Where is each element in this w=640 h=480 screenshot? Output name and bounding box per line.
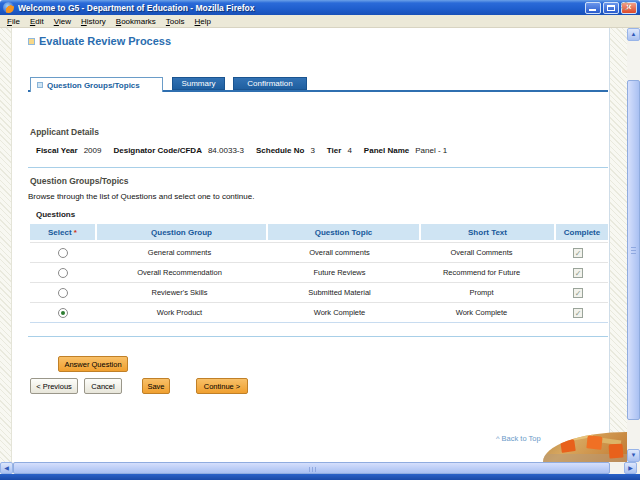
complete-cell: ✓ [548,288,608,298]
page-title: Evaluate Review Process [28,35,171,47]
back-to-top-link[interactable]: ^ Back to Top [496,434,541,443]
save-button[interactable]: Save [142,378,170,394]
maximize-icon [607,5,615,11]
question-topic-cell: Work Complete [264,308,415,317]
col-header-question-topic: Question Topic [268,224,419,240]
field-label: Tier [327,146,342,155]
minimize-button[interactable] [585,2,601,14]
question-topic-cell: Overall comments [264,248,415,257]
menu-view[interactable]: View [49,16,76,27]
questions-label: Questions [36,210,75,219]
select-cell [30,308,95,318]
field-designator-code-cfda: Designator Code/CFDA84.0033-3 [113,146,243,155]
question-group-cell: Reviewer's Skills [95,288,264,297]
complete-cell: ✓ [548,308,608,318]
table-row: Work ProductWork CompleteWork Complete✓ [30,302,608,322]
window-controls: × [585,2,637,14]
menu-file[interactable]: File [2,16,25,27]
continue-button[interactable]: Continue > [196,378,248,394]
horizontal-scrollbar[interactable]: ◀ ▶ [0,462,640,474]
menu-bookmarks[interactable]: Bookmarks [111,16,161,27]
firefox-icon [3,2,14,13]
field-panel-name: Panel NamePanel - 1 [364,146,447,155]
scroll-right-arrow-icon[interactable]: ▶ [624,462,637,474]
short-text-cell: Prompt [415,288,548,297]
complete-checkbox: ✓ [573,308,583,318]
applicant-details-heading: Applicant Details [30,127,99,137]
questions-table: Select *Question GroupQuestion TopicShor… [30,224,608,323]
menu-bar: FileEditViewHistoryBookmarksToolsHelp [0,15,640,28]
tab-summary[interactable]: Summary [172,77,225,90]
field-label: Designator Code/CFDA [113,146,201,155]
section-heading: Question Groups/Topics [30,176,129,186]
menu-history[interactable]: History [76,16,111,27]
question-topic-cell: Submitted Material [264,288,415,297]
field-label: Panel Name [364,146,409,155]
scroll-left-arrow-icon[interactable]: ◀ [0,462,13,474]
vertical-scrollbar[interactable]: ▲ ▼ [627,28,640,462]
short-text-cell: Recommend for Future [415,268,548,277]
col-header-complete: Complete [556,224,608,240]
previous-button[interactable]: < Previous [30,378,78,394]
short-text-cell: Work Complete [415,308,548,317]
throbber-icon [621,2,629,10]
select-cell [30,288,95,298]
tab-bullet-icon [37,82,43,88]
select-cell [30,268,95,278]
field-value: 3 [310,146,314,155]
question-group-cell: Work Product [95,308,264,317]
question-topic-cell: Future Reviews [264,268,415,277]
select-radio[interactable] [58,308,68,318]
scroll-down-arrow-icon[interactable]: ▼ [627,449,640,462]
field-tier: Tier4 [327,146,352,155]
applicant-details-row: Fiscal Year2009Designator Code/CFDA84.00… [36,146,447,155]
field-label: Fiscal Year [36,146,78,155]
field-value: 2009 [84,146,102,155]
col-header-question-group: Question Group [97,224,266,240]
divider [28,336,608,337]
tab-question-groups-topics[interactable]: Question Groups/Topics [30,77,163,92]
field-value: 4 [347,146,351,155]
complete-cell: ✓ [548,248,608,258]
right-margin-pattern [609,28,627,462]
tab-label: Question Groups/Topics [47,81,140,90]
menu-edit[interactable]: Edit [25,16,49,27]
maximize-button[interactable] [603,2,619,14]
tab-confirmation[interactable]: Confirmation [233,77,307,90]
answer-question-button[interactable]: Answer Question [58,356,128,372]
question-group-cell: Overall Recommendation [95,268,264,277]
col-header-select: Select * [30,224,95,240]
select-radio[interactable] [58,288,68,298]
field-value: Panel - 1 [415,146,447,155]
menu-help[interactable]: Help [190,16,216,27]
table-row: General commentsOverall commentsOverall … [30,242,608,262]
col-header-short-text: Short Text [421,224,554,240]
scroll-up-arrow-icon[interactable]: ▲ [627,28,640,41]
field-label: Schedule No [256,146,304,155]
menu-tools[interactable]: Tools [161,16,190,27]
tab-label: Summary [181,79,215,88]
table-row: Reviewer's SkillsSubmitted MaterialPromp… [30,282,608,302]
window-title: Welcome to G5 - Department of Education … [18,3,585,13]
field-fiscal-year: Fiscal Year2009 [36,146,101,155]
vertical-scrollbar-thumb[interactable] [627,80,640,420]
required-asterisk: * [72,228,77,237]
select-radio[interactable] [58,248,68,258]
horizontal-scrollbar-thumb[interactable] [13,462,610,474]
left-margin-pattern [0,28,12,462]
cancel-button[interactable]: Cancel [84,378,122,394]
complete-checkbox: ✓ [573,248,583,258]
chair-shape [586,435,602,449]
classroom-chairs-image [543,432,627,462]
browser-window: Welcome to G5 - Department of Education … [0,0,640,480]
complete-checkbox: ✓ [573,288,583,298]
short-text-cell: Overall Comments [415,248,548,257]
question-group-cell: General comments [95,248,264,257]
field-value: 84.0033-3 [208,146,244,155]
chair-shape [560,439,576,453]
select-radio[interactable] [58,268,68,278]
table-body: General commentsOverall commentsOverall … [30,242,608,322]
complete-cell: ✓ [548,268,608,278]
table-header-row: Select *Question GroupQuestion TopicShor… [30,224,608,240]
table-row: Overall RecommendationFuture ReviewsReco… [30,262,608,282]
